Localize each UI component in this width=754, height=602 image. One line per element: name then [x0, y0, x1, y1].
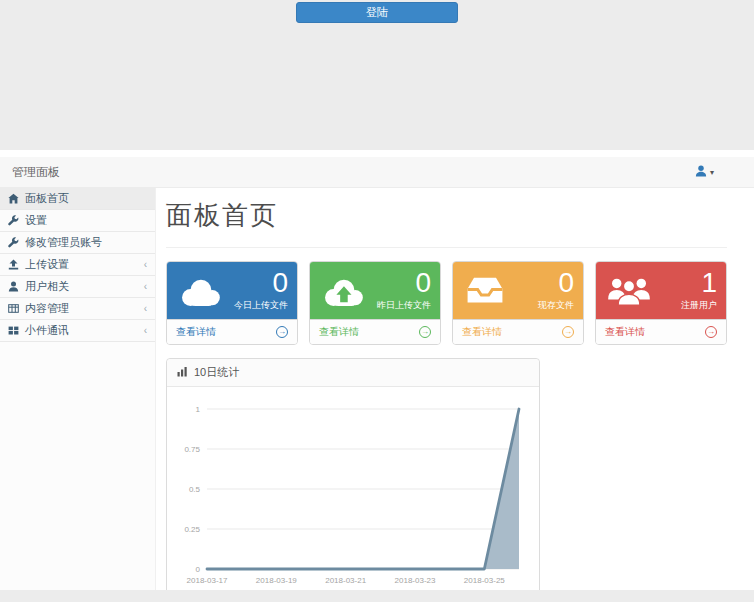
svg-text:0.25: 0.25 [184, 525, 200, 534]
stat-card-yesterday-uploads: 0 昨日上传文件 查看详情 → [309, 261, 441, 345]
chart-panel-header: 10日统计 [167, 359, 539, 387]
details-label: 查看详情 [462, 325, 502, 339]
footer-strip [0, 590, 754, 602]
circle-arrow-icon: → [562, 326, 574, 338]
caret-down-icon: ▾ [710, 168, 714, 177]
user-icon [695, 163, 707, 181]
stat-card-details-link[interactable]: 查看详情 → [453, 319, 583, 344]
stat-card-value-wrap: 0 昨日上传文件 [377, 269, 431, 312]
chevron-left-icon: ‹ [144, 325, 147, 336]
details-label: 查看详情 [605, 325, 645, 339]
sidebar-item-label: 内容管理 [25, 301, 138, 316]
sidebar-item-label: 用户相关 [25, 279, 138, 294]
sidebar-item-label: 设置 [25, 213, 147, 228]
stat-card-details-link[interactable]: 查看详情 → [310, 319, 440, 344]
svg-text:2018-03-23: 2018-03-23 [395, 576, 436, 585]
stat-card-value-wrap: 0 现存文件 [538, 269, 574, 312]
sidebar-item-dashboard[interactable]: 面板首页 [0, 188, 155, 210]
stat-card-label: 昨日上传文件 [377, 299, 431, 312]
stat-card-value: 0 [377, 269, 431, 297]
main-row: 面板首页 设置 修改管理员账号 [0, 188, 754, 590]
stat-card-heading: 0 今日上传文件 [167, 262, 297, 319]
th-icon [8, 325, 19, 336]
wrench-icon [8, 237, 19, 248]
chart-title: 10日统计 [194, 365, 239, 380]
stat-card-today-uploads: 0 今日上传文件 查看详情 → [166, 261, 298, 345]
user-menu[interactable]: ▾ [695, 163, 714, 181]
chevron-left-icon: ‹ [144, 303, 147, 314]
stat-card-stored-files: 0 现存文件 查看详情 → [452, 261, 584, 345]
chevron-left-icon: ‹ [144, 259, 147, 270]
sidebar-item-users[interactable]: 用户相关 ‹ [0, 276, 155, 298]
svg-text:2018-03-19: 2018-03-19 [256, 576, 297, 585]
sidebar-item-label: 面板首页 [25, 191, 147, 206]
stat-card-registered-users: 1 注册用户 查看详情 → [595, 261, 727, 345]
sidebar: 面板首页 设置 修改管理员账号 [0, 188, 156, 590]
upload-icon [8, 259, 19, 270]
sidebar-item-label: 修改管理员账号 [25, 235, 147, 250]
user-icon [8, 281, 19, 292]
sidebar-item-settings[interactable]: 设置 [0, 210, 155, 232]
stat-card-label: 现存文件 [538, 299, 574, 312]
wrench-icon [8, 215, 19, 226]
sidebar-item-admin-account[interactable]: 修改管理员账号 [0, 232, 155, 254]
stat-card-details-link[interactable]: 查看详情 → [167, 319, 297, 344]
stat-cards-row: 0 今日上传文件 查看详情 → [166, 261, 727, 345]
stat-card-value: 0 [234, 269, 288, 297]
details-label: 查看详情 [176, 325, 216, 339]
inbox-icon [462, 274, 508, 307]
banner-gap [0, 150, 754, 157]
svg-text:2018-03-25: 2018-03-25 [464, 576, 505, 585]
sidebar-item-content[interactable]: 内容管理 ‹ [0, 298, 155, 320]
sidebar-item-label: 小件通讯 [25, 323, 138, 338]
stat-card-value-wrap: 1 注册用户 [681, 269, 717, 312]
stat-card-heading: 1 注册用户 [596, 262, 726, 319]
svg-text:0.5: 0.5 [189, 485, 201, 494]
svg-text:2018-03-21: 2018-03-21 [325, 576, 366, 585]
stat-card-value-wrap: 0 今日上传文件 [234, 269, 288, 312]
sidebar-item-upload-settings[interactable]: 上传设置 ‹ [0, 254, 155, 276]
admin-dashboard-page: 登陆 管理面板 ▾ 面板首页 [0, 0, 754, 602]
home-icon [8, 193, 19, 204]
page-title: 面板首页 [166, 198, 727, 248]
stat-card-heading: 0 现存文件 [453, 262, 583, 319]
svg-text:0.75: 0.75 [184, 445, 200, 454]
cloud-icon [176, 274, 224, 308]
table-icon [8, 303, 19, 314]
stat-card-label: 今日上传文件 [234, 299, 288, 312]
circle-arrow-icon: → [419, 326, 431, 338]
circle-arrow-icon: → [705, 326, 717, 338]
bar-chart-icon [177, 366, 188, 379]
stat-card-heading: 0 昨日上传文件 [310, 262, 440, 319]
stat-card-value: 0 [538, 269, 574, 297]
main-content: 面板首页 0 今日上传文件 [156, 188, 754, 590]
details-label: 查看详情 [319, 325, 359, 339]
stat-card-label: 注册用户 [681, 299, 717, 312]
chart-body: 00.250.50.7512018-03-172018-03-192018-03… [167, 387, 539, 597]
header-title: 管理面板 [12, 164, 60, 181]
sidebar-item-label: 上传设置 [25, 257, 138, 272]
top-banner: 登陆 [0, 0, 754, 150]
cloud-upload-icon [319, 274, 367, 308]
stat-card-details-link[interactable]: 查看详情 → [596, 319, 726, 344]
circle-arrow-icon: → [276, 326, 288, 338]
chevron-left-icon: ‹ [144, 281, 147, 292]
header-bar: 管理面板 ▾ [0, 157, 754, 188]
stats-chart: 00.250.50.7512018-03-172018-03-192018-03… [171, 395, 531, 595]
stats-chart-panel: 10日统计 00.250.50.7512018-03-172018-03-192… [166, 358, 540, 598]
sidebar-item-messages[interactable]: 小件通讯 ‹ [0, 320, 155, 342]
users-icon [605, 274, 653, 308]
login-button[interactable]: 登陆 [296, 2, 458, 23]
svg-text:1: 1 [196, 405, 201, 414]
svg-text:0: 0 [196, 565, 201, 574]
svg-text:2018-03-17: 2018-03-17 [187, 576, 228, 585]
stat-card-value: 1 [681, 269, 717, 297]
